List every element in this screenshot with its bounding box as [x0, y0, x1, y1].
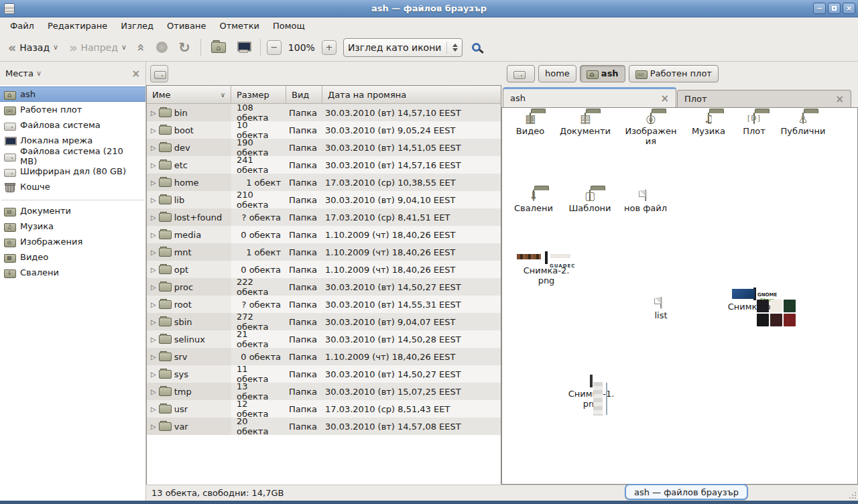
root-breadcrumb-button[interactable] — [150, 65, 168, 82]
list-item[interactable]: list — [633, 298, 689, 320]
expander-icon[interactable]: ▷ — [151, 249, 156, 256]
table-row[interactable]: ▷ selinux 21 обекта Папка 30.03.2010 (вт… — [147, 330, 501, 348]
taskbar-window-button[interactable]: ash — файлов браузър — [625, 484, 748, 500]
close-button[interactable]: × — [843, 3, 855, 14]
list-item[interactable]: нов файл — [617, 190, 674, 213]
expander-icon[interactable]: ▷ — [151, 318, 156, 326]
reload-button[interactable]: ↻ — [174, 38, 194, 57]
forward-button[interactable]: » Напред ∨ — [65, 39, 131, 56]
sidebar-place-item[interactable]: Файлова система (210 MB) — [0, 148, 145, 164]
menu-item[interactable]: Файл — [4, 19, 40, 32]
list-item[interactable]: ⇓ Свалени — [505, 190, 562, 213]
breadcrumb-button[interactable]: Работен плот — [629, 65, 719, 82]
list-item[interactable]: ▦ Видео — [502, 113, 558, 136]
sidebar-place-item[interactable]: Кошче — [0, 179, 145, 194]
zoom-in-button[interactable]: + — [322, 40, 336, 55]
tab[interactable]: Плот × — [677, 90, 851, 107]
view-mode-select[interactable]: Изглед като икони — [343, 38, 463, 57]
list-item[interactable]: Снимка-1. png — [554, 376, 628, 409]
list-item[interactable]: ▤ Документи — [557, 113, 613, 136]
expander-icon[interactable]: ▷ — [151, 231, 156, 239]
icon-view[interactable]: ▦ Видео ▤ Документи ◎ — [501, 107, 858, 485]
back-button[interactable]: « Назад ∨ — [4, 39, 62, 56]
search-icon[interactable] — [472, 43, 481, 52]
expander-icon[interactable]: ▷ — [151, 196, 156, 204]
expander-icon[interactable]: ▷ — [151, 353, 156, 361]
expander-icon[interactable]: ▷ — [151, 405, 156, 413]
table-row[interactable]: ▷ sys 11 обекта Папка 30.03.2010 (вт) 14… — [147, 365, 501, 383]
tab-close-icon[interactable]: × — [660, 92, 669, 105]
expander-icon[interactable]: ▷ — [151, 266, 156, 273]
table-row[interactable]: ▷ var 20 обекта Папка 30.03.2010 (вт) 14… — [147, 418, 501, 435]
column-header-size[interactable]: Размер — [231, 86, 286, 104]
expander-icon[interactable]: ▷ — [151, 127, 156, 134]
tab-close-icon[interactable]: × — [835, 93, 844, 105]
table-row[interactable]: ▷ etc 241 обекта Папка 30.03.2010 (вт) 1… — [147, 156, 501, 174]
list-item[interactable]: GUADEC Снимка-2. png — [509, 253, 583, 286]
breadcrumb-button[interactable] — [507, 65, 535, 82]
sidebar-close-icon[interactable]: × — [131, 68, 140, 80]
table-row[interactable]: ▷ usr 12 обекта Папка 17.03.2010 (ср) 8,… — [147, 400, 501, 418]
expander-icon[interactable]: ▷ — [151, 284, 156, 291]
table-row[interactable]: ▷ media 0 обекта Папка 1.10.2009 (чт) 18… — [147, 226, 501, 243]
menu-item[interactable]: Отиване — [161, 19, 212, 32]
sidebar-place-item[interactable]: Музика — [0, 218, 145, 234]
sidebar-place-item[interactable]: ash — [0, 86, 145, 102]
expander-icon[interactable]: ▷ — [151, 162, 156, 169]
tab[interactable]: ash × — [503, 87, 676, 107]
table-row[interactable]: ▷ sbin 272 обекта Папка 30.03.2010 (вт) … — [147, 313, 501, 330]
column-header-date[interactable]: Дата на промяна — [322, 86, 501, 104]
menu-item[interactable]: Редактиране — [42, 19, 113, 32]
table-row[interactable]: ▷ tmp 13 обекта Папка 30.03.2010 (вт) 15… — [147, 383, 501, 400]
home-button[interactable]: ⌂ — [207, 39, 230, 56]
sidebar-place-item[interactable]: Шифриран дял (80 GB) — [0, 164, 145, 179]
expander-icon[interactable]: ▷ — [151, 144, 156, 151]
zoom-out-button[interactable]: − — [267, 40, 282, 55]
maximize-button[interactable] — [828, 3, 841, 14]
table-row[interactable]: ▷ proc 222 обекта Папка 30.03.2010 (вт) … — [147, 278, 501, 296]
back-dropdown-icon[interactable]: ∨ — [53, 43, 58, 52]
sidebar-title-dropdown[interactable]: Места ∨ — [5, 68, 42, 78]
table-row[interactable]: ▷ opt 0 обекта Папка 1.10.2009 (чт) 18,4… — [147, 261, 501, 278]
table-row[interactable]: ▷ dev 190 обекта Папка 30.03.2010 (вт) 1… — [147, 139, 501, 156]
list-item[interactable]: [D] Плот — [726, 113, 782, 136]
table-row[interactable]: ▷ lost+found ? обекта Папка 17.03.2010 (… — [147, 208, 501, 226]
minimize-button[interactable]: − — [813, 3, 826, 14]
expander-icon[interactable]: ▷ — [151, 336, 156, 343]
expander-icon[interactable]: ▷ — [151, 371, 156, 378]
expander-icon[interactable]: ▷ — [151, 214, 156, 221]
sidebar-place-item[interactable]: Документи — [0, 203, 145, 218]
table-row[interactable]: ▷ boot 10 обекта Папка 30.03.2010 (вт) 9… — [147, 121, 501, 139]
list-item[interactable]: GNOME Store Снимка.png — [718, 289, 792, 312]
menu-item[interactable]: Отметки — [213, 19, 265, 32]
titlebar[interactable]: ash — файлов браузър − × — [0, 0, 858, 17]
sidebar-place-item[interactable]: Видео — [0, 249, 145, 265]
table-row[interactable]: ▷ bin 108 обекта Папка 30.03.2010 (вт) 1… — [147, 104, 501, 121]
expander-icon[interactable]: ▷ — [151, 301, 156, 308]
column-header-name[interactable]: Име ∨ — [147, 86, 231, 104]
list-item[interactable]: ▢ Шаблони — [562, 190, 618, 213]
expander-icon[interactable]: ▷ — [151, 109, 156, 117]
sidebar-place-item[interactable]: Свалени — [0, 265, 145, 280]
expander-icon[interactable]: ▷ — [151, 423, 156, 430]
table-row[interactable]: ▷ home 1 обект Папка 17.03.2010 (ср) 10,… — [147, 174, 501, 191]
breadcrumb-button[interactable]: ash — [580, 65, 625, 82]
breadcrumb-button[interactable]: home — [538, 65, 576, 82]
expander-icon[interactable]: ▷ — [151, 388, 156, 395]
stop-button[interactable] — [152, 38, 172, 56]
list-item[interactable]: ◎ Изображен ия — [623, 113, 679, 146]
table-row[interactable]: ▷ mnt 1 обект Папка 1.10.2009 (чт) 18,40… — [147, 243, 501, 261]
column-header-type[interactable]: Вид — [286, 86, 322, 104]
table-row[interactable]: ▷ srv 0 обекта Папка 1.10.2009 (чт) 18,4… — [147, 348, 501, 365]
up-button[interactable]: « — [133, 40, 149, 56]
list-item[interactable]: ♙ Публични — [775, 113, 831, 136]
table-row[interactable]: ▷ lib 210 обекта Папка 30.03.2010 (вт) 9… — [147, 191, 501, 208]
computer-button[interactable] — [233, 38, 254, 56]
sidebar-place-item[interactable]: Работен плот — [0, 102, 145, 117]
sidebar-place-item[interactable]: Изображения — [0, 234, 145, 249]
resize-grip[interactable] — [849, 491, 857, 499]
menu-item[interactable]: Изглед — [115, 19, 160, 32]
sidebar-place-item[interactable]: Файлова система — [0, 117, 145, 133]
menu-item[interactable]: Помощ — [267, 19, 311, 32]
expander-icon[interactable]: ▷ — [151, 179, 156, 186]
